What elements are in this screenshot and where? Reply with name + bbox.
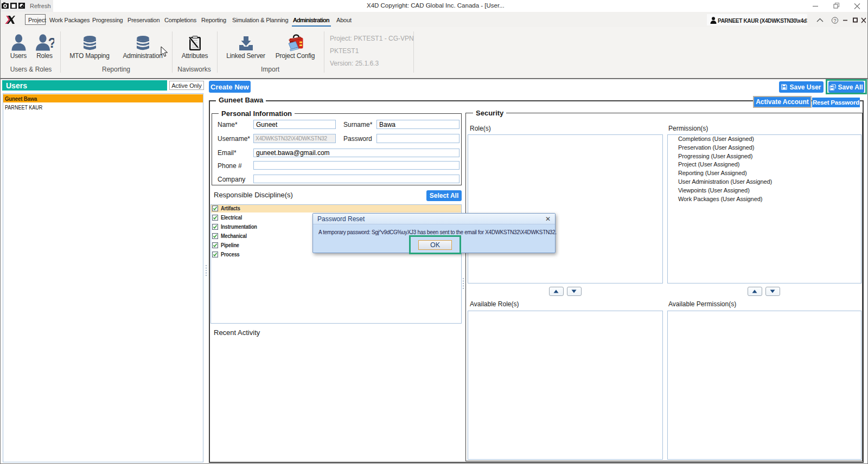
svg-text:?: ? xyxy=(48,35,55,50)
svg-text:?: ? xyxy=(833,18,836,23)
